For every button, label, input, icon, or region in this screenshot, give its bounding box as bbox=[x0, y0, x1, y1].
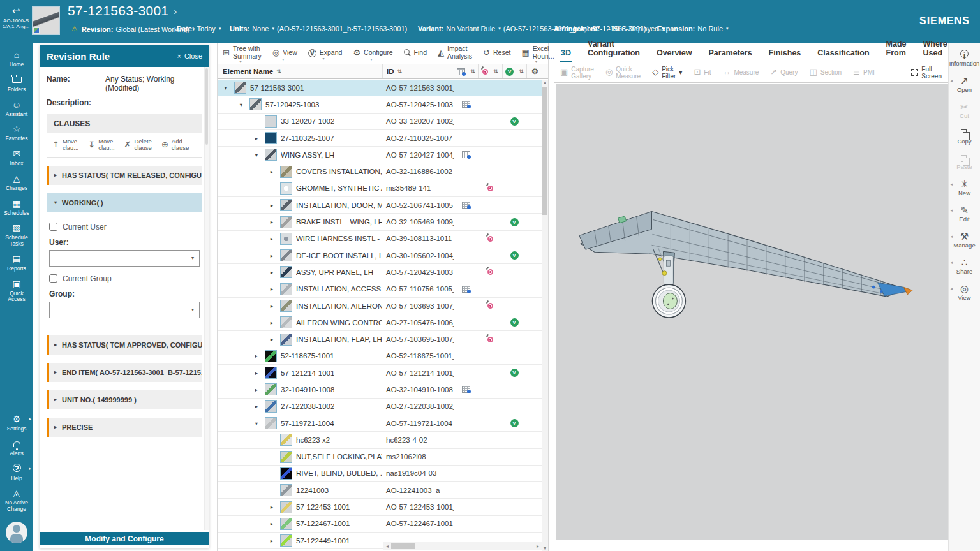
tree-row[interactable]: ▾57-121563-3001AO-57-121563-3001_b bbox=[218, 80, 542, 96]
move-clause-down-button[interactable]: ↧Move clau... bbox=[88, 138, 114, 152]
clause-has-status-released[interactable]: ▸HAS STATUS( TCM RELEASED, CONFIGURE... bbox=[47, 166, 202, 185]
expand-icon[interactable]: ▸ bbox=[267, 286, 276, 292]
reset-button[interactable]: ↺Reset bbox=[483, 48, 510, 59]
expand-icon[interactable]: ▸ bbox=[267, 219, 276, 225]
move-clause-up-button[interactable]: ↥Move clau... bbox=[52, 138, 78, 152]
units-selector[interactable]: Units:None▾(AO-57-121563-3001_b-57-12156… bbox=[230, 25, 407, 33]
tree-row[interactable]: ▸52-118675-1001AO-52-118675-1001_d bbox=[218, 348, 542, 365]
delete-clause-button[interactable]: ✗Delete clause bbox=[124, 138, 152, 152]
tab-finishes[interactable]: Finishes bbox=[768, 45, 802, 62]
collapse-icon[interactable]: ▾ bbox=[252, 420, 261, 427]
tree-row[interactable]: ▸COVERS INSTALLATION, TIR...AO-32-116886… bbox=[218, 163, 542, 180]
sidebar-item-inbox[interactable]: ✉Inbox bbox=[0, 145, 33, 170]
tree-row[interactable]: 12241003AO-12241003_a bbox=[218, 482, 542, 499]
scrollbar-thumb[interactable] bbox=[391, 543, 415, 549]
tree-row[interactable]: ▸32-104910-1008AO-32-104910-1008_a bbox=[218, 381, 542, 398]
clause-end-item[interactable]: ▸END ITEM( AO-57-121563-3001_B-57-1215..… bbox=[47, 363, 202, 382]
sidebar-item-folders[interactable]: Folders bbox=[0, 71, 33, 96]
full-screen-button[interactable]: Full Screen bbox=[911, 66, 942, 80]
collapse-icon[interactable]: ▾ bbox=[237, 101, 246, 108]
expand-icon[interactable]: ▸ bbox=[267, 168, 276, 175]
tab-where-used[interactable]: Where Used bbox=[923, 36, 948, 62]
expand-icon[interactable]: ▸ bbox=[252, 135, 261, 142]
expand-icon[interactable]: ▸ bbox=[267, 520, 276, 527]
tab-overview[interactable]: Overview bbox=[656, 45, 693, 62]
tree-row[interactable]: ▸57-121214-1001AO-57-121214-1001_fV bbox=[218, 365, 542, 381]
column-variant-badge[interactable]: V⇅ bbox=[502, 64, 526, 78]
tree-row[interactable]: NUT,SELF LOCKING,PLATE,O...ms21062l08 bbox=[218, 449, 542, 466]
sidebar-item-help[interactable]: ?Help▸ bbox=[0, 460, 33, 485]
expand-icon[interactable]: ▸ bbox=[267, 202, 276, 209]
column-table-badge[interactable]: ⇅ bbox=[454, 64, 478, 78]
expand-icon[interactable]: ▸ bbox=[267, 504, 276, 510]
view-button[interactable]: ◎View▾ bbox=[272, 48, 297, 59]
manage-button[interactable]: ◂⚒Manage bbox=[949, 231, 980, 249]
sidebar-item-reports[interactable]: ▤Reports bbox=[0, 250, 33, 275]
panel-scrollbar[interactable] bbox=[204, 67, 209, 530]
sidebar-item-schedules[interactable]: ▦Schedules bbox=[0, 195, 33, 219]
tree-row[interactable]: ▾WING ASSY, LHAO-57-120427-1004_a bbox=[218, 147, 542, 163]
expand-icon[interactable]: ▸ bbox=[267, 538, 276, 544]
sort-icon[interactable]: ⇅ bbox=[397, 68, 403, 75]
column-settings[interactable]: ⚙ bbox=[526, 64, 543, 78]
tree-row[interactable]: ▸WIRE HARNESS INSTL - WIN...AO-39-108113… bbox=[218, 231, 542, 247]
tab-variant-configuration[interactable]: Variant Configuration bbox=[587, 36, 641, 62]
expand-icon[interactable]: ▸ bbox=[252, 403, 261, 409]
expand-button[interactable]: ∨Expand▾ bbox=[308, 49, 343, 59]
sidebar-item-no-active-change[interactable]: ◬No Active Change bbox=[0, 484, 33, 515]
new-button[interactable]: ◂✳New bbox=[949, 179, 980, 196]
tree-row[interactable]: ▸INSTALLATION, AILERON, LHAO-57-103693-1… bbox=[218, 298, 542, 314]
tab-3d[interactable]: 3D bbox=[560, 45, 572, 62]
tree-row[interactable]: RIVET, BLIND, BULBED, .125 ...nas1919c04… bbox=[218, 466, 542, 482]
tree-row[interactable]: ▾57-119721-1004AO-57-119721-1004_aV bbox=[218, 415, 542, 432]
expand-icon[interactable]: ▸ bbox=[267, 336, 276, 342]
expand-icon[interactable]: ▸ bbox=[267, 303, 276, 309]
information-button[interactable]: iInformation bbox=[949, 50, 980, 67]
wing-3d-model[interactable] bbox=[556, 84, 948, 540]
user-dropdown[interactable]: ▾ bbox=[49, 250, 200, 267]
expand-icon[interactable]: ▸ bbox=[252, 386, 261, 393]
tree-row[interactable]: ▸INSTALLATION, DOOR, MLG,...AO-52-106741… bbox=[218, 197, 542, 214]
date-selector[interactable]: Date:Today▾ bbox=[177, 25, 221, 33]
clause-working[interactable]: ▾WORKING( ) bbox=[47, 193, 202, 212]
user-avatar[interactable] bbox=[6, 522, 27, 543]
tree-row[interactable]: ▸ASSY, UPR PANEL, LHAO-57-120429-1003_b bbox=[218, 264, 542, 281]
copy-button[interactable]: Copy bbox=[949, 128, 980, 145]
expand-icon[interactable]: ▸ bbox=[54, 369, 57, 375]
tree-row[interactable]: ▸INSTALLATION, FLAP, LHAO-57-103695-1007… bbox=[218, 331, 542, 348]
expand-icon[interactable]: ▸ bbox=[54, 424, 57, 430]
view-button[interactable]: ◂◎View bbox=[949, 284, 980, 301]
clause-has-status-approved[interactable]: ▸HAS STATUS( TCM APPROVED, CONFIGURE... bbox=[47, 335, 202, 355]
tree-row[interactable]: 33-120207-1002AO-33-120207-1002_aV bbox=[218, 114, 542, 130]
expand-icon[interactable]: ▸ bbox=[267, 320, 276, 326]
configure-button[interactable]: ⚙Configure▾ bbox=[353, 48, 392, 59]
tree-row[interactable]: ▸27-110325-1007AO-27-110325-1007_c bbox=[218, 130, 542, 147]
tree-row[interactable]: hc6223 x2hc6223-4-02 bbox=[218, 432, 542, 448]
tree-row[interactable]: ▸INSTALLATION, ACCESS DO...AO-57-110756-… bbox=[218, 281, 542, 298]
expand-icon[interactable]: ▸ bbox=[252, 353, 261, 359]
tree-row[interactable]: GROMMET, SYNTHETIC AN...ms35489-141 bbox=[218, 180, 542, 197]
tree-row[interactable]: ▸57-122467-1001AO-57-122467-1001_a bbox=[218, 516, 542, 533]
current-group-checkbox[interactable] bbox=[49, 274, 57, 283]
column-pin-badge[interactable]: ⇅ bbox=[478, 64, 502, 78]
title-chevron-icon[interactable]: › bbox=[174, 6, 177, 17]
tab-classification[interactable]: Classification bbox=[817, 45, 870, 62]
sidebar-item-favorites[interactable]: ☆Favorites bbox=[0, 120, 33, 145]
collapse-icon[interactable]: ▾ bbox=[221, 85, 230, 91]
tree-with-summary-button[interactable]: ⊞Tree with Summary▾ bbox=[223, 45, 262, 61]
expand-icon[interactable]: ▸ bbox=[267, 269, 276, 276]
sort-icon[interactable]: ⇅ bbox=[276, 68, 281, 75]
close-panel-button[interactable]: × Close bbox=[177, 52, 202, 60]
expand-icon[interactable]: ▸ bbox=[54, 342, 57, 348]
3d-viewport[interactable] bbox=[556, 84, 948, 540]
collapse-icon[interactable]: ▾ bbox=[54, 200, 57, 205]
tab-parameters[interactable]: Parameters bbox=[708, 45, 753, 62]
impact-analysis-button[interactable]: ◭Impact Analysis bbox=[438, 45, 472, 61]
back-button[interactable]: ↩ AO-1000-S1/A;1-Ang... bbox=[0, 5, 32, 29]
excel-round-button[interactable]: ▦Excel Roun...▾ bbox=[521, 45, 554, 61]
pick-filter-button[interactable]: ◇Pick Filter▾ bbox=[652, 66, 682, 80]
sidebar-item-quick-access[interactable]: ▣Quick Access bbox=[0, 275, 33, 306]
scroll-down-icon[interactable]: ▼ bbox=[542, 546, 548, 550]
column-element-name[interactable]: Element Name ⇅ bbox=[218, 68, 382, 75]
expansion-selector[interactable]: Expansion:No Rule▾ bbox=[657, 25, 729, 33]
